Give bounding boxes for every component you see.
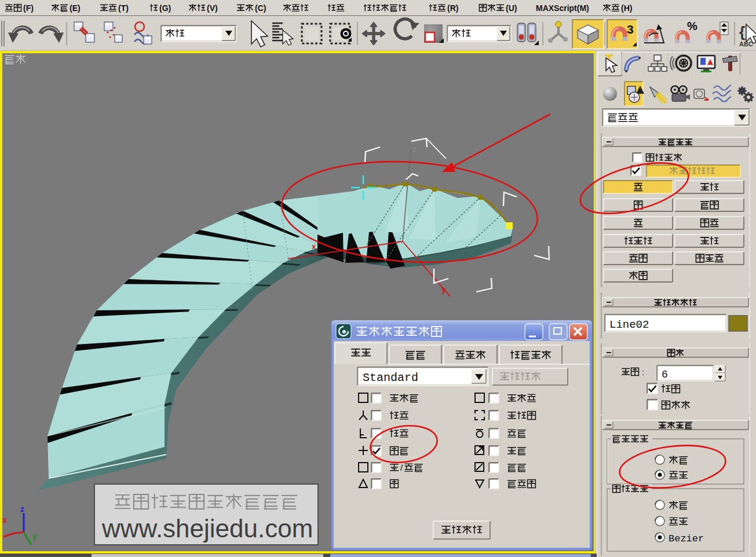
svg-text:(U): (U) (506, 3, 517, 13)
svg-text:z: z (412, 145, 417, 153)
svg-text:(V): (V) (207, 3, 218, 13)
svg-text:z: z (20, 504, 24, 514)
svg-text:3: 3 (627, 23, 634, 36)
svg-text:(F): (F) (23, 3, 34, 13)
svg-text:x: x (2, 515, 7, 525)
svg-text:www.shejiedu.com: www.shejiedu.com (101, 514, 313, 543)
svg-text:x: x (312, 242, 316, 251)
svg-text::: : (642, 367, 644, 377)
svg-text:y: y (441, 285, 446, 294)
svg-text:(C): (C) (255, 3, 266, 13)
svg-text:Bezier: Bezier (669, 533, 704, 544)
svg-text:Line02: Line02 (609, 318, 649, 331)
svg-text:(R): (R) (447, 3, 458, 13)
svg-text:6: 6 (662, 369, 668, 380)
svg-text:(G): (G) (159, 3, 171, 13)
svg-text:(E): (E) (70, 3, 81, 13)
svg-text:(T): (T) (118, 3, 129, 13)
svg-text:(H): (H) (621, 3, 632, 13)
svg-text:MAXScript(M): MAXScript(M) (536, 3, 589, 13)
svg-text:Standard: Standard (363, 371, 418, 384)
svg-text:y: y (32, 532, 37, 541)
svg-text:%: % (687, 20, 697, 32)
